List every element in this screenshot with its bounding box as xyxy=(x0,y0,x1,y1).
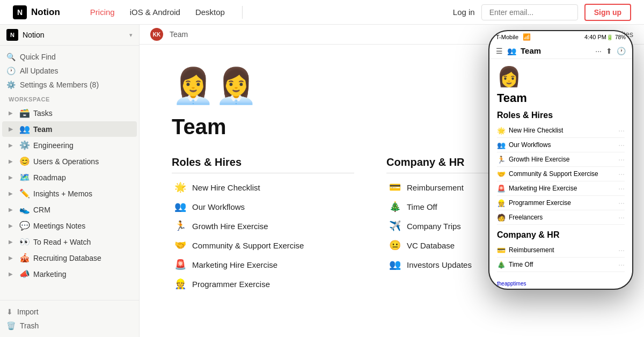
item-label: VC Database xyxy=(407,241,455,250)
page-emoji: 👩‍💼👩‍💼 xyxy=(172,66,569,106)
workspace-name: Notion xyxy=(23,31,44,39)
settings-members[interactable]: ⚙️ Settings & Members (8) xyxy=(0,78,139,92)
sidebar-top: 🔍 Quick Find 🕐 All Updates ⚙️ Settings &… xyxy=(0,46,139,287)
sidebar-item-tasks[interactable]: ▶ 🗃️ Tasks xyxy=(2,105,137,121)
favorites-button[interactable]: Favorites xyxy=(602,30,633,39)
roles-hires-section: Roles & Hires 🌟 New Hire Checklist 👥 Our… xyxy=(172,156,354,294)
item-emoji: 😐 xyxy=(389,239,401,251)
workspace-chevron: ▾ xyxy=(129,32,133,39)
logo-text: Notion xyxy=(31,7,60,18)
sidebar-item-meetings[interactable]: ▶ 💬 Meetings Notes xyxy=(2,218,137,233)
nav-links: Pricing iOS & Android Desktop xyxy=(90,8,225,17)
sidebar-item-crm[interactable]: ▶ 👟 CRM xyxy=(2,202,137,217)
import-button[interactable]: ⬇ Import xyxy=(0,305,139,319)
page-header-strip: KK Team Share Updates Favorites xyxy=(140,25,644,45)
item-emoji: 🎄 xyxy=(389,201,401,213)
sidebar-item-to-read[interactable]: ▶ 👀 To Read + Watch xyxy=(2,234,137,250)
insights-label: Insights + Memos xyxy=(33,189,130,198)
page-breadcrumb: Team xyxy=(170,30,188,39)
list-item[interactable]: 💳 Reimbursement xyxy=(386,178,569,197)
nav-right: Log in Sign up xyxy=(453,4,631,21)
chevron-icon: ▶ xyxy=(9,239,15,245)
email-input[interactable] xyxy=(481,4,578,20)
company-hr-section: Company & HR 💳 Reimbursement 🎄 Time Off … xyxy=(386,156,569,294)
sidebar-item-roadmap[interactable]: ▶ 🗺️ Roadmap xyxy=(2,170,137,185)
tasks-icon: 🗃️ xyxy=(19,108,30,118)
item-emoji: 🌟 xyxy=(174,181,187,193)
chevron-icon: ▶ xyxy=(9,191,15,196)
company-section-title: Company & HR xyxy=(386,156,569,173)
search-icon: 🔍 xyxy=(6,53,16,61)
chevron-icon: ▶ xyxy=(9,174,15,180)
item-emoji: 💳 xyxy=(389,181,401,193)
chevron-icon: ▶ xyxy=(9,126,15,132)
roadmap-label: Roadmap xyxy=(33,173,130,182)
roles-section-title: Roles & Hires xyxy=(172,156,354,173)
chevron-icon: ▶ xyxy=(9,142,15,148)
item-emoji: 🚨 xyxy=(174,259,187,270)
list-item[interactable]: 🌟 New Hire Checklist xyxy=(172,178,354,197)
nav-link-pricing[interactable]: Pricing xyxy=(90,8,115,17)
item-emoji: 🏃 xyxy=(174,220,187,232)
marketing-label: Marketing xyxy=(33,270,130,279)
item-label: Time Off xyxy=(407,202,437,211)
meetings-label: Meetings Notes xyxy=(33,222,130,230)
updates-button[interactable]: Updates xyxy=(566,30,594,39)
sections-grid: Roles & Hires 🌟 New Hire Checklist 👥 Our… xyxy=(172,156,569,294)
insights-icon: ✏️ xyxy=(19,188,30,199)
signup-button[interactable]: Sign up xyxy=(584,4,631,21)
users-ops-label: Users & Operations xyxy=(33,157,130,166)
read-watch-label: To Read + Watch xyxy=(33,238,130,246)
list-item[interactable]: 🏃 Growth Hire Exercise xyxy=(172,216,354,236)
users-ops-icon: 😊 xyxy=(19,156,30,166)
nav-divider xyxy=(242,6,243,19)
share-button[interactable]: Share xyxy=(537,30,557,39)
sidebar-item-users-ops[interactable]: ▶ 😊 Users & Operations xyxy=(2,153,137,169)
workspace-section-label: WORKSPACE xyxy=(0,92,139,105)
logo[interactable]: N Notion xyxy=(13,5,60,19)
all-updates[interactable]: 🕐 All Updates xyxy=(0,64,139,78)
quick-find[interactable]: 🔍 Quick Find xyxy=(0,50,139,64)
gear-icon: ⚙️ xyxy=(6,80,16,89)
list-item[interactable]: 👥 Our Workflows xyxy=(172,197,354,216)
item-emoji: ✈️ xyxy=(389,220,401,232)
recruiting-icon: 🎪 xyxy=(19,253,30,263)
trash-label: Trash xyxy=(20,321,39,330)
all-updates-label: All Updates xyxy=(20,67,58,75)
sidebar-item-marketing[interactable]: ▶ 📣 Marketing xyxy=(2,266,137,282)
recruiting-label: Recruiting Database xyxy=(33,254,130,262)
list-item[interactable]: 🤝 Community & Support Exercise xyxy=(172,236,354,255)
item-label: Growth Hire Exercise xyxy=(192,222,268,231)
item-label: New Hire Checklist xyxy=(192,183,260,192)
meetings-icon: 💬 xyxy=(19,221,30,231)
sidebar-item-insights[interactable]: ▶ ✏️ Insights + Memos xyxy=(2,186,137,201)
sidebar-item-team[interactable]: ▶ 👥 Team xyxy=(2,121,137,137)
item-label: Programmer Exercise xyxy=(192,280,270,289)
import-label: Import xyxy=(17,307,39,316)
nav-link-ios[interactable]: iOS & Android xyxy=(130,8,180,17)
item-label: Our Workflows xyxy=(192,202,245,211)
list-item[interactable]: 👷 Programmer Exercise xyxy=(172,274,354,294)
list-item[interactable]: 🚨 Marketing Hire Exercise xyxy=(172,255,354,274)
page-header-actions: Share Updates Favorites xyxy=(537,30,633,39)
sidebar-item-recruiting[interactable]: ▶ 🎪 Recruiting Database xyxy=(2,250,137,266)
team-icon: 👥 xyxy=(19,124,30,134)
nav-link-desktop[interactable]: Desktop xyxy=(195,8,225,17)
workspace-header[interactable]: N Notion ▾ xyxy=(0,25,139,46)
notion-logo-icon: N xyxy=(13,5,27,19)
sidebar-item-engineering[interactable]: ▶ ⚙️ Engineering xyxy=(2,137,137,153)
login-button[interactable]: Log in xyxy=(453,8,475,17)
item-label: Marketing Hire Exercise xyxy=(192,260,277,269)
chevron-icon: ▶ xyxy=(9,255,15,261)
item-emoji: 👷 xyxy=(174,278,187,290)
quick-find-label: Quick Find xyxy=(20,53,56,61)
sidebar: N Notion ▾ 🔍 Quick Find 🕐 All Updates ⚙️… xyxy=(0,25,140,337)
list-item[interactable]: 👥 Investors Updates xyxy=(386,255,569,274)
list-item[interactable]: 😐 VC Database xyxy=(386,236,569,255)
trash-button[interactable]: 🗑️ Trash xyxy=(0,319,139,333)
list-item[interactable]: 🎄 Time Off xyxy=(386,197,569,216)
tasks-label: Tasks xyxy=(33,109,130,118)
page-content: 👩‍💼👩‍💼 Team Roles & Hires 🌟 New Hire Che… xyxy=(140,45,601,315)
roadmap-icon: 🗺️ xyxy=(19,172,30,182)
list-item[interactable]: ✈️ Company Trips xyxy=(386,216,569,236)
